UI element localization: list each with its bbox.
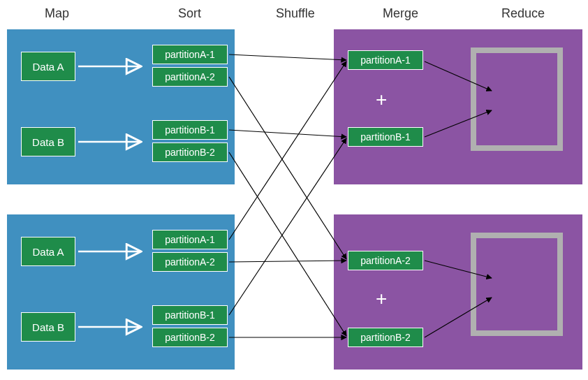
map-panel-1: Data A partitionA-1 partitionA-2 Data B … bbox=[7, 29, 235, 184]
merge-partition: partitionB-1 bbox=[348, 127, 423, 147]
merge-partition: partitionA-1 bbox=[348, 50, 423, 70]
shuffle-arrow bbox=[229, 130, 346, 137]
partition-box: partitionA-2 bbox=[152, 67, 228, 87]
reduce-panel-2: partitionA-2 + partitionB-2 bbox=[334, 214, 582, 370]
merge-partition: partitionB-2 bbox=[348, 328, 423, 347]
reduce-result bbox=[471, 48, 563, 151]
merge-partition: partitionA-2 bbox=[348, 251, 423, 270]
header-merge: Merge bbox=[383, 6, 418, 21]
header-map: Map bbox=[45, 6, 69, 21]
plus-operator: + bbox=[376, 288, 387, 310]
reduce-panel-1: partitionA-1 + partitionB-1 bbox=[334, 29, 582, 184]
partition-box: partitionB-1 bbox=[152, 120, 228, 140]
partition-box: partitionB-2 bbox=[152, 328, 228, 347]
reduce-result bbox=[471, 233, 563, 336]
shuffle-arrow bbox=[229, 138, 346, 315]
partition-box: partitionA-2 bbox=[152, 252, 228, 272]
stage-headers: Map Sort Shuffle Merge Reduce bbox=[0, 0, 588, 27]
header-reduce: Reduce bbox=[501, 6, 545, 21]
shuffle-arrow bbox=[229, 261, 346, 262]
header-shuffle: Shuffle bbox=[276, 6, 315, 21]
map-panel-2: Data A partitionA-1 partitionA-2 Data B … bbox=[7, 214, 235, 370]
data-block-b2: Data B bbox=[21, 312, 75, 342]
partition-box: partitionB-2 bbox=[152, 142, 228, 162]
shuffle-arrow bbox=[229, 77, 346, 259]
partition-box: partitionA-1 bbox=[152, 45, 228, 64]
partition-box: partitionA-1 bbox=[152, 230, 228, 249]
data-block-a1: Data A bbox=[21, 52, 75, 81]
plus-operator: + bbox=[376, 89, 387, 111]
data-block-b1: Data B bbox=[21, 127, 75, 156]
shuffle-arrow bbox=[229, 61, 346, 240]
partition-box: partitionB-1 bbox=[152, 305, 228, 325]
shuffle-arrow bbox=[229, 152, 346, 336]
data-block-a2: Data A bbox=[21, 237, 75, 266]
shuffle-arrow bbox=[229, 54, 346, 60]
header-sort: Sort bbox=[178, 6, 201, 21]
